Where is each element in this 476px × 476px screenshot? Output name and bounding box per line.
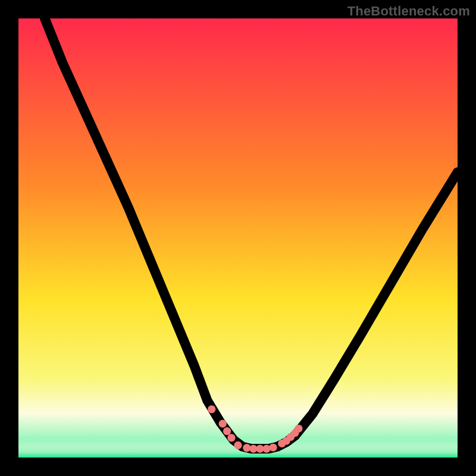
curve-marker <box>227 434 235 441</box>
curve-marker <box>295 425 302 433</box>
curve-marker <box>208 405 215 413</box>
bottleneck-chart <box>18 18 458 458</box>
plot-area <box>18 18 458 458</box>
curve-marker <box>269 443 277 451</box>
watermark-text: TheBottleneck.com <box>347 4 470 19</box>
curve-marker <box>262 445 270 453</box>
curve-marker <box>234 441 242 449</box>
curve-marker <box>219 420 227 428</box>
curve-marker <box>223 427 231 435</box>
outer-frame: TheBottleneck.com <box>0 0 476 476</box>
